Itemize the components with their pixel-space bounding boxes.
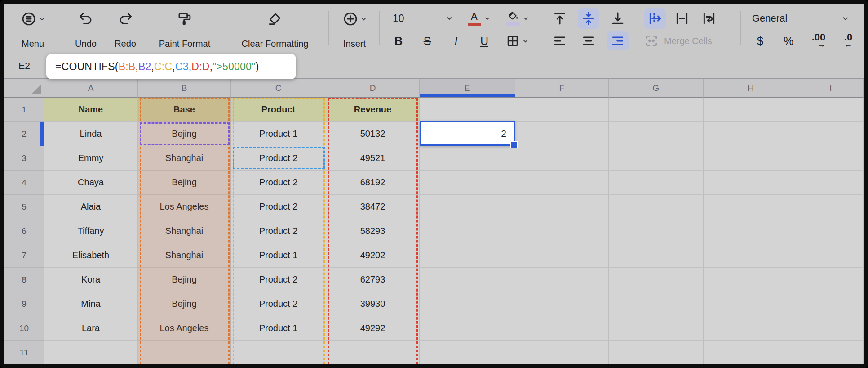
cell-H3[interactable] <box>704 146 798 171</box>
cell-H10[interactable] <box>704 316 798 341</box>
merge-cells-button[interactable]: Merge Cells <box>644 31 739 50</box>
cell-F1[interactable] <box>515 98 609 122</box>
cell-F6[interactable] <box>515 219 609 243</box>
column-header-F[interactable]: F <box>515 79 609 98</box>
column-header-E[interactable]: E <box>420 79 515 98</box>
active-cell-E2[interactable]: 2 <box>420 121 515 146</box>
borders-button[interactable] <box>501 31 533 50</box>
cell-G2[interactable] <box>609 122 704 146</box>
insert-button[interactable]: Insert <box>334 7 375 51</box>
cell-C7[interactable]: Product 1 <box>231 243 326 268</box>
cell-I10[interactable] <box>798 316 864 341</box>
column-header-B[interactable]: B <box>138 79 231 98</box>
cell-A11[interactable] <box>44 341 138 364</box>
clear-formatting-button[interactable]: Clear Formatting <box>228 7 322 51</box>
strikethrough-button[interactable]: S <box>417 31 437 50</box>
cell-D4[interactable]: 68192 <box>326 171 420 195</box>
column-header-G[interactable]: G <box>609 79 704 98</box>
cell-C8[interactable]: Product 2 <box>231 268 326 292</box>
column-header-A[interactable]: A <box>44 79 138 98</box>
cell-E4[interactable] <box>420 171 515 195</box>
number-format-dropdown[interactable]: General <box>747 8 855 29</box>
cell-C6[interactable]: Product 2 <box>231 219 326 243</box>
column-header-I[interactable]: I <box>798 79 864 98</box>
cell-F9[interactable] <box>515 292 609 316</box>
cell-E8[interactable] <box>420 268 515 292</box>
cell-H1[interactable] <box>704 98 798 122</box>
cell-I4[interactable] <box>798 171 864 195</box>
cell-H7[interactable] <box>704 243 798 268</box>
paint-format-button[interactable]: Paint Format <box>149 7 221 51</box>
cell-G4[interactable] <box>609 171 704 195</box>
halign-center-button[interactable] <box>578 31 599 50</box>
cell-I7[interactable] <box>798 243 864 268</box>
cell-A10[interactable]: Lara <box>44 316 138 341</box>
cell-D10[interactable]: 49292 <box>326 316 420 341</box>
cell-D3[interactable]: 49521 <box>326 146 420 171</box>
cell-I9[interactable] <box>798 292 864 316</box>
row-header-10[interactable]: 10 <box>4 316 44 341</box>
cell-H9[interactable] <box>704 292 798 316</box>
cell-C11[interactable] <box>231 341 326 364</box>
valign-middle-button[interactable] <box>578 8 599 29</box>
cell-A3[interactable]: Emmy <box>44 146 138 171</box>
cell-H8[interactable] <box>704 268 798 292</box>
cell-B10[interactable]: Los Angeles <box>138 316 231 341</box>
row-header-4[interactable]: 4 <box>4 171 44 195</box>
cell-E9[interactable] <box>420 292 515 316</box>
halign-left-button[interactable] <box>549 31 571 50</box>
cell-F3[interactable] <box>515 146 609 171</box>
undo-button[interactable]: Undo <box>69 7 103 51</box>
row-header-9[interactable]: 9 <box>4 292 44 316</box>
cell-E3[interactable] <box>420 146 515 171</box>
cell-H2[interactable] <box>704 122 798 146</box>
cell-G3[interactable] <box>609 146 704 171</box>
cell-B7[interactable]: Shanghai <box>138 243 231 268</box>
formula-input[interactable]: =COUNTIFS(B:B,B2,C:C,C3,D:D,">50000") <box>46 54 296 79</box>
cell-I8[interactable] <box>798 268 864 292</box>
cell-C9[interactable]: Product 2 <box>231 292 326 316</box>
valign-bottom-button[interactable] <box>607 8 629 29</box>
cell-G5[interactable] <box>609 195 704 219</box>
cell-I1[interactable] <box>798 98 864 122</box>
font-size-dropdown[interactable]: 10 <box>386 8 456 29</box>
cell-D2[interactable]: 50132 <box>326 122 420 146</box>
text-clip-button[interactable] <box>671 8 693 29</box>
cell-I2[interactable] <box>798 122 864 146</box>
cell-B4[interactable]: Bejing <box>138 171 231 195</box>
cell-A7[interactable]: Elisabeth <box>44 243 138 268</box>
cell-C3[interactable]: Product 2 <box>231 146 326 171</box>
percent-format-button[interactable]: % <box>779 31 797 50</box>
row-header-2[interactable]: 2 <box>4 122 44 146</box>
cell-A5[interactable]: Alaia <box>44 195 138 219</box>
cell-F10[interactable] <box>515 316 609 341</box>
cell-E10[interactable] <box>420 316 515 341</box>
text-overflow-button[interactable] <box>644 8 666 29</box>
increase-decimal-button[interactable]: .00→ <box>808 31 829 50</box>
row-header-5[interactable]: 5 <box>4 195 44 219</box>
cell-C5[interactable]: Product 2 <box>231 195 326 219</box>
valign-top-button[interactable] <box>549 8 571 29</box>
cell-G1[interactable] <box>609 98 704 122</box>
cell-I5[interactable] <box>798 195 864 219</box>
cell-B1[interactable]: Base <box>138 98 231 122</box>
row-header-11[interactable]: 11 <box>4 341 44 364</box>
fill-color-button[interactable] <box>500 8 536 29</box>
cell-D6[interactable]: 58293 <box>326 219 420 243</box>
cell-F11[interactable] <box>515 341 609 364</box>
cell-G9[interactable] <box>609 292 704 316</box>
column-header-D[interactable]: D <box>326 79 420 98</box>
cell-E6[interactable] <box>420 219 515 243</box>
cell-B8[interactable]: Bejing <box>138 268 231 292</box>
text-wrap-button[interactable] <box>698 8 720 29</box>
row-header-8[interactable]: 8 <box>4 268 44 292</box>
bold-button[interactable]: B <box>389 31 408 50</box>
cell-D9[interactable]: 39930 <box>326 292 420 316</box>
cell-F8[interactable] <box>515 268 609 292</box>
cell-B6[interactable]: Shanghai <box>138 219 231 243</box>
cell-D7[interactable]: 49202 <box>326 243 420 268</box>
cell-E11[interactable] <box>420 341 515 364</box>
italic-button[interactable]: I <box>446 31 466 50</box>
cell-A9[interactable]: Mina <box>44 292 138 316</box>
cell-E7[interactable] <box>420 243 515 268</box>
